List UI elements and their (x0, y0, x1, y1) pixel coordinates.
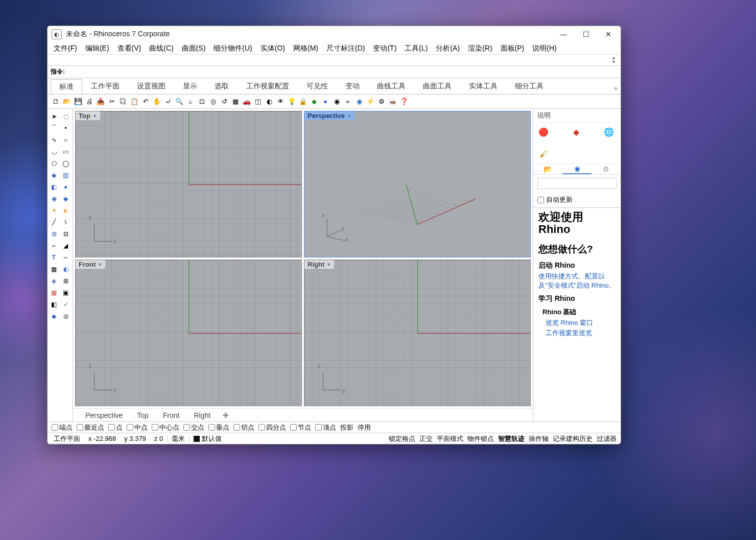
subd-icon[interactable]: ◈ (49, 275, 59, 286)
menu-render[interactable]: 渲染(R) (464, 43, 496, 54)
tab-overflow[interactable]: » (611, 83, 621, 94)
print-icon[interactable]: 🖨 (84, 97, 94, 107)
command-input[interactable] (66, 66, 621, 78)
status-cplane[interactable]: 工作平面 (50, 434, 84, 443)
paste-icon[interactable]: 📋 (129, 97, 139, 107)
render-preview-icon[interactable]: ◉ (354, 97, 364, 107)
toggle-osnap[interactable]: 物件锁点 (465, 434, 496, 443)
zoom-extents-icon[interactable]: ⊡ (197, 97, 207, 107)
close-button[interactable]: ✕ (597, 27, 620, 42)
tab-setview[interactable]: 设置视图 (128, 79, 174, 94)
mirror-icon[interactable]: ◐ (60, 264, 71, 274)
viewport-tab-front[interactable]: Front (156, 410, 187, 420)
layers-panel-icon[interactable]: ◆ (49, 311, 59, 321)
toggle-smarttrack[interactable]: 智慧轨迹 (496, 434, 527, 443)
chamfer-icon[interactable]: ◢ (60, 240, 71, 251)
rectangle-icon[interactable]: ▭ (60, 146, 71, 157)
fillet-icon[interactable]: ⌐ (49, 240, 59, 251)
material-icon[interactable]: ◉ (332, 97, 342, 107)
ungroup-icon[interactable]: ⊟ (60, 228, 71, 239)
new-icon[interactable]: 🗋 (51, 97, 61, 107)
sweep-icon[interactable]: ◆ (60, 193, 71, 204)
tab-select[interactable]: 选取 (206, 79, 238, 94)
tab-surface-tools[interactable]: 曲面工具 (414, 79, 460, 94)
pan-icon[interactable]: ✋ (152, 97, 162, 107)
render-panel-icon[interactable]: 🌐 (603, 126, 615, 138)
properties-panel-icon[interactable]: 🔴 (537, 126, 550, 138)
help-link-tour[interactable]: 巡览 Rhino 窗口 (533, 318, 621, 328)
group-icon[interactable]: ⊞ (49, 228, 59, 239)
osnap-tan[interactable]: 切点 (233, 423, 254, 432)
osnap-project[interactable]: 投影 (340, 423, 353, 432)
trim-icon[interactable]: ╱ (49, 217, 59, 227)
add-viewport-tab[interactable]: ✚ (218, 410, 234, 420)
osnap-perp[interactable]: 垂点 (208, 423, 229, 432)
polygon-icon[interactable]: ⬠ (49, 158, 59, 169)
viewport-top[interactable]: y x Top ▾ (75, 111, 302, 257)
status-units[interactable]: 毫米 (168, 434, 189, 443)
open-icon[interactable]: 📂 (62, 97, 72, 107)
menu-subd[interactable]: 细分物件(U) (209, 43, 256, 54)
help-link-viewport[interactable]: 工作视窗里巡览 (533, 328, 621, 338)
menu-panels[interactable]: 面板(P) (497, 43, 529, 54)
maximize-button[interactable]: ☐ (575, 27, 597, 42)
viewport-label-front[interactable]: Front ▾ (76, 260, 105, 269)
menu-analyze[interactable]: 分析(A) (432, 43, 464, 54)
import-icon[interactable]: 📥 (96, 97, 106, 107)
set-cplane-icon[interactable]: ◫ (253, 97, 263, 107)
status-layer[interactable]: 默认值 (190, 434, 226, 443)
tab-viewport-layout[interactable]: 工作视窗配置 (238, 79, 298, 94)
osnap-center[interactable]: 中心点 (152, 423, 179, 432)
check-icon[interactable]: ✓ (60, 299, 71, 310)
circle-icon[interactable]: ○ (60, 134, 71, 145)
surface-icon[interactable]: ◆ (49, 170, 59, 180)
menu-edit[interactable]: 编辑(E) (81, 43, 113, 54)
box-icon[interactable]: ◧ (49, 181, 59, 192)
menu-mesh[interactable]: 网格(M) (289, 43, 322, 54)
block-icon[interactable]: ▣ (60, 287, 71, 298)
history-scroll[interactable]: ▴▾ (612, 56, 619, 64)
text-icon[interactable]: T (49, 252, 59, 263)
osnap-quad[interactable]: 四分点 (258, 423, 286, 432)
chevron-down-icon[interactable]: ▾ (99, 262, 101, 267)
tab-standard[interactable]: 标准 (51, 79, 82, 95)
array-icon[interactable]: ▦ (49, 264, 59, 274)
four-view-icon[interactable]: ▦ (230, 97, 241, 107)
lasso-icon[interactable]: ◌ (60, 111, 71, 122)
osnap-disable[interactable]: 停用 (358, 423, 371, 432)
properties-icon[interactable]: ● (320, 97, 330, 107)
toggle-filter[interactable]: 过滤器 (595, 434, 619, 443)
arc-icon[interactable]: ◡ (49, 146, 59, 157)
tab-cplanes[interactable]: 工作平面 (82, 79, 128, 94)
join-icon[interactable]: ⬖ (60, 205, 71, 216)
help-content[interactable]: 欢迎使用 Rhino 您想做什么? 启动 Rhino 使用快捷方式、配置以及"安… (533, 207, 621, 421)
minimize-button[interactable]: — (552, 27, 575, 42)
help-link-start[interactable]: 使用快捷方式、配置以及"安全模式"启动 Rhino。 (533, 271, 621, 290)
point-icon[interactable]: • (60, 123, 71, 133)
viewport-tab-right[interactable]: Right (186, 410, 218, 420)
render-icon[interactable]: ● (343, 97, 353, 107)
osnap-int[interactable]: 交点 (183, 423, 204, 432)
grasshopper-icon[interactable]: 🦗 (388, 97, 398, 107)
cut-icon[interactable]: ✂ (107, 97, 117, 107)
sphere-icon[interactable]: ● (60, 181, 71, 192)
materials-panel-icon[interactable]: 🖌 (537, 148, 550, 160)
viewport-label-right[interactable]: Right ▾ (304, 260, 334, 269)
layers-icon[interactable]: ◆ (309, 97, 319, 107)
named-view-icon[interactable]: ◐ (264, 97, 274, 107)
chevron-down-icon[interactable]: ▾ (327, 262, 330, 267)
ellipse-icon[interactable]: ◯ (60, 158, 71, 169)
menu-file[interactable]: 文件(F) (50, 43, 81, 54)
show-icon[interactable]: 👁 (275, 97, 286, 107)
dim-icon[interactable]: ↔ (60, 252, 71, 263)
viewport-perspective[interactable]: z y x Perspective ▾ (304, 111, 531, 257)
osnap-mid[interactable]: 中点 (127, 423, 148, 432)
copy-icon[interactable]: ⿻ (118, 97, 128, 107)
menu-transform[interactable]: 变动(T) (369, 43, 400, 54)
viewport-label-top[interactable]: Top ▾ (76, 111, 100, 120)
options-icon[interactable]: ⚙ (376, 97, 387, 107)
menu-curve[interactable]: 曲线(C) (145, 43, 177, 54)
toggle-ortho[interactable]: 正交 (417, 434, 435, 443)
viewport-right[interactable]: z y Right ▾ (304, 260, 531, 406)
undo-view-icon[interactable]: ↺ (219, 97, 229, 107)
